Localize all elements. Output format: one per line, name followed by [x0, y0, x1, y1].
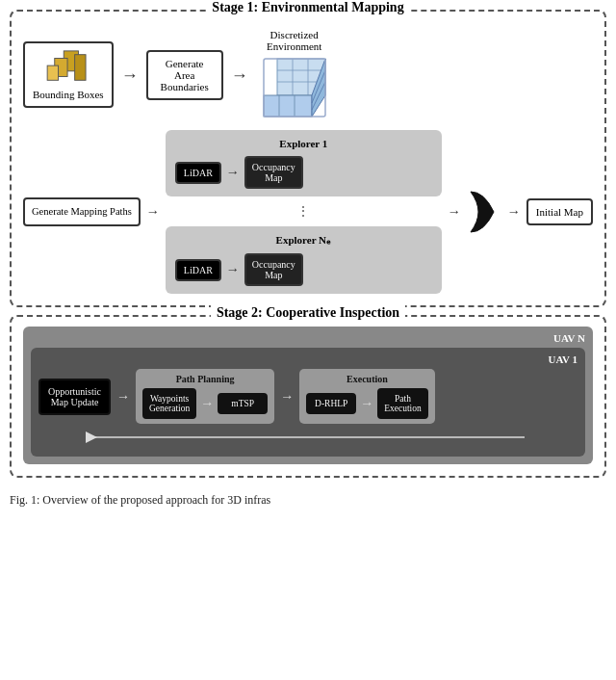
explorer1-group: Explorer 1 LiDAR → OccupancyMap	[166, 130, 442, 196]
arrow-s2-1: →	[116, 389, 130, 405]
stage1-box: Stage 1: Environmental Mapping Bounding …	[10, 10, 606, 307]
svg-rect-9	[264, 95, 312, 117]
uav-n-layer: UAV N UAV 1 OpportunisticMap Update → Pa…	[23, 327, 593, 464]
stage1-top-row: Bounding Boxes → GenerateAreaBoundaries …	[23, 29, 593, 120]
opp-map-box: OpportunisticMap Update	[38, 379, 111, 415]
bounding-boxes-block: Bounding Boxes	[23, 41, 114, 108]
generate-mapping-paths-box: Generate Mapping Paths	[23, 197, 141, 226]
arrow-lidar1: →	[226, 165, 240, 180]
or-gate	[467, 188, 501, 236]
explorerN-label: Explorer Nₑ	[175, 234, 432, 247]
execution-group: Execution D-RHLP → PathExecution	[299, 369, 435, 424]
waypoints-gen-box: WaypointsGeneration	[142, 388, 196, 419]
path-execution-label: PathExecution	[384, 394, 422, 413]
occ-map2-box: OccupancyMap	[244, 253, 303, 286]
arrow-drhlp: →	[360, 396, 373, 411]
execution-label: Execution	[346, 374, 388, 384]
arrow4: →	[448, 204, 461, 220]
opp-map-label: OpportunisticMap Update	[48, 386, 101, 407]
path-planning-sub-row: WaypointsGeneration → mTSP	[142, 388, 268, 419]
generate-area-box: GenerateAreaBoundaries	[146, 50, 223, 100]
explorerN-row: LiDAR → OccupancyMap	[175, 253, 432, 286]
arrow-s2-2: →	[280, 389, 294, 405]
arrow-lidar2: →	[226, 262, 240, 277]
uav-n-label: UAV N	[31, 332, 585, 344]
discretized-env-icon	[256, 55, 333, 120]
arrow5: →	[507, 204, 521, 220]
diagram-container: Stage 1: Environmental Mapping Bounding …	[10, 10, 606, 509]
stage1-label: Stage 1: Environmental Mapping	[206, 0, 409, 15]
initial-map-box: Initial Map	[526, 198, 593, 225]
uav-1-layer: UAV 1 OpportunisticMap Update → Path Pla…	[31, 348, 585, 457]
feedback-arrow	[42, 430, 574, 445]
bounding-boxes-label: Bounding Boxes	[33, 89, 104, 100]
explorer-dots: ⋮	[166, 203, 442, 220]
generate-area-label: GenerateAreaBoundaries	[161, 58, 209, 92]
arrow1: →	[121, 66, 139, 84]
explorerN-group: Explorer Nₑ LiDAR → OccupancyMap	[166, 226, 442, 294]
path-planning-group: Path Planning WaypointsGeneration → mTSP	[136, 369, 274, 424]
arrow2: →	[231, 66, 248, 84]
mtsp-box: mTSP	[218, 393, 268, 414]
lidar2-box: LiDAR	[175, 259, 221, 281]
uav-1-label: UAV 1	[38, 353, 578, 365]
stage2-box: Stage 2: Cooperative Inspection UAV N UA…	[10, 315, 606, 478]
stage2-label: Stage 2: Cooperative Inspection	[211, 305, 405, 321]
bounding-boxes-icon	[45, 49, 91, 86]
lidar1-box: LiDAR	[175, 162, 221, 184]
drhlp-box: D-RHLP	[306, 393, 356, 414]
feedback-row	[38, 430, 578, 449]
caption: Fig. 1: Overview of the proposed approac…	[10, 491, 606, 509]
svg-rect-2	[47, 65, 58, 80]
explorer1-label: Explorer 1	[175, 138, 432, 149]
waypoints-gen-label: WaypointsGeneration	[149, 394, 190, 413]
stage2-content-row: OpportunisticMap Update → Path Planning …	[38, 369, 578, 424]
arrow-wp: →	[200, 396, 214, 411]
arrow3: →	[146, 204, 160, 220]
discr-env-label: DiscretizedEnvironment	[267, 29, 321, 52]
execution-sub-row: D-RHLP → PathExecution	[306, 388, 428, 419]
explorer1-row: LiDAR → OccupancyMap	[175, 156, 432, 189]
svg-rect-3	[74, 55, 85, 81]
stage1-bottom-row: Generate Mapping Paths → Explorer 1 LiDA…	[23, 130, 593, 294]
explorers-container: Explorer 1 LiDAR → OccupancyMap ⋮ Explor…	[166, 130, 442, 294]
path-planning-label: Path Planning	[176, 374, 235, 384]
occ-map1-box: OccupancyMap	[244, 156, 303, 189]
path-execution-box: PathExecution	[377, 388, 428, 419]
discr-env-wrapper: DiscretizedEnvironment	[256, 29, 333, 120]
